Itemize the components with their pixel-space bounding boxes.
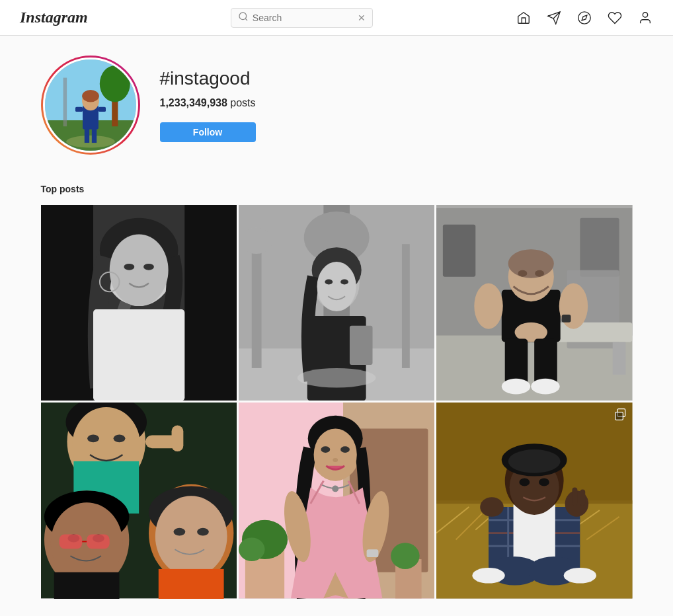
svg-point-127 bbox=[520, 479, 530, 486]
multiple-posts-icon bbox=[614, 408, 627, 421]
svg-point-128 bbox=[539, 479, 549, 486]
svg-point-40 bbox=[297, 368, 376, 388]
svg-point-68 bbox=[87, 435, 99, 443]
svg-point-51 bbox=[508, 249, 554, 278]
svg-point-21 bbox=[109, 234, 168, 306]
svg-rect-13 bbox=[91, 128, 96, 143]
svg-point-3 bbox=[643, 12, 647, 17]
svg-rect-22 bbox=[93, 309, 184, 401]
profile-icon[interactable] bbox=[637, 10, 653, 26]
svg-point-69 bbox=[113, 435, 125, 443]
svg-rect-75 bbox=[54, 572, 119, 599]
svg-rect-55 bbox=[505, 339, 528, 385]
tag-avatar-ring bbox=[41, 56, 140, 155]
svg-rect-71 bbox=[171, 426, 183, 452]
clear-search-button[interactable]: ✕ bbox=[358, 13, 366, 23]
svg-point-25 bbox=[143, 264, 154, 270]
heart-icon[interactable] bbox=[607, 10, 623, 26]
tag-posts-count: 1,233,349,938 posts bbox=[160, 97, 633, 109]
svg-rect-16 bbox=[98, 107, 105, 112]
svg-line-1 bbox=[245, 19, 247, 20]
follow-button[interactable]: Follow bbox=[160, 122, 256, 142]
header-nav bbox=[516, 10, 653, 26]
tag-info: #instagood 1,233,349,938 posts Follow bbox=[160, 68, 633, 142]
svg-rect-44 bbox=[580, 218, 619, 277]
svg-rect-85 bbox=[87, 535, 110, 549]
posts-grid bbox=[41, 205, 633, 599]
post-item[interactable] bbox=[239, 205, 434, 401]
svg-point-58 bbox=[531, 379, 559, 395]
svg-rect-15 bbox=[75, 107, 83, 112]
svg-rect-43 bbox=[443, 225, 475, 277]
svg-rect-48 bbox=[613, 342, 626, 374]
svg-point-83 bbox=[197, 528, 209, 536]
svg-point-60 bbox=[518, 270, 528, 277]
tag-name: #instagood bbox=[160, 68, 633, 89]
svg-rect-32 bbox=[402, 244, 410, 368]
svg-rect-62 bbox=[436, 205, 632, 208]
svg-point-24 bbox=[124, 264, 134, 270]
tag-header: #instagood 1,233,349,938 posts Follow bbox=[41, 56, 633, 155]
svg-rect-30 bbox=[252, 237, 262, 368]
main-content: #instagood 1,233,349,938 posts Follow To… bbox=[28, 56, 646, 599]
svg-rect-81 bbox=[158, 569, 223, 598]
svg-point-94 bbox=[391, 543, 419, 570]
search-icon bbox=[238, 11, 249, 24]
svg-point-8 bbox=[66, 135, 115, 147]
svg-point-2 bbox=[578, 11, 590, 23]
svg-rect-56 bbox=[534, 339, 557, 385]
svg-point-61 bbox=[535, 270, 544, 277]
svg-point-132 bbox=[480, 498, 504, 518]
svg-point-135 bbox=[564, 568, 596, 584]
svg-rect-12 bbox=[84, 128, 89, 143]
svg-point-39 bbox=[340, 280, 348, 285]
top-posts-label: Top posts bbox=[41, 184, 633, 194]
svg-rect-14 bbox=[63, 78, 67, 127]
svg-point-0 bbox=[239, 13, 247, 20]
svg-point-7 bbox=[99, 65, 130, 102]
svg-point-11 bbox=[82, 90, 99, 102]
tag-avatar-inner bbox=[43, 58, 138, 153]
svg-point-52 bbox=[474, 284, 502, 329]
svg-rect-104 bbox=[366, 550, 378, 558]
svg-point-100 bbox=[333, 458, 338, 462]
svg-point-38 bbox=[325, 280, 333, 285]
post-item[interactable] bbox=[436, 403, 632, 598]
search-bar: ✕ bbox=[231, 8, 373, 28]
svg-point-99 bbox=[340, 447, 350, 453]
svg-rect-131 bbox=[580, 490, 585, 506]
post-item[interactable] bbox=[41, 205, 237, 401]
app-logo: Instagram bbox=[20, 9, 88, 26]
svg-rect-130 bbox=[573, 488, 578, 506]
svg-point-136 bbox=[472, 568, 504, 584]
top-posts-section: Top posts bbox=[41, 184, 633, 599]
svg-point-82 bbox=[173, 528, 185, 536]
post-item[interactable] bbox=[436, 205, 632, 401]
svg-point-126 bbox=[508, 449, 561, 473]
home-icon[interactable] bbox=[516, 10, 532, 26]
app-header: Instagram ✕ bbox=[0, 0, 673, 36]
search-input[interactable] bbox=[253, 13, 358, 23]
post-item[interactable] bbox=[239, 403, 434, 598]
svg-point-31 bbox=[240, 228, 272, 254]
svg-point-98 bbox=[321, 447, 330, 453]
post-item[interactable] bbox=[41, 403, 237, 598]
tag-avatar-image bbox=[45, 59, 136, 151]
svg-rect-37 bbox=[350, 326, 373, 365]
svg-point-80 bbox=[155, 496, 227, 577]
svg-point-92 bbox=[239, 538, 265, 562]
svg-point-97 bbox=[313, 429, 356, 481]
svg-point-35 bbox=[317, 262, 356, 311]
send-icon[interactable] bbox=[546, 10, 562, 26]
svg-rect-138 bbox=[615, 412, 623, 420]
svg-rect-59 bbox=[562, 315, 571, 323]
svg-point-57 bbox=[502, 379, 530, 395]
explore-icon[interactable] bbox=[576, 10, 592, 26]
svg-rect-84 bbox=[59, 535, 82, 549]
